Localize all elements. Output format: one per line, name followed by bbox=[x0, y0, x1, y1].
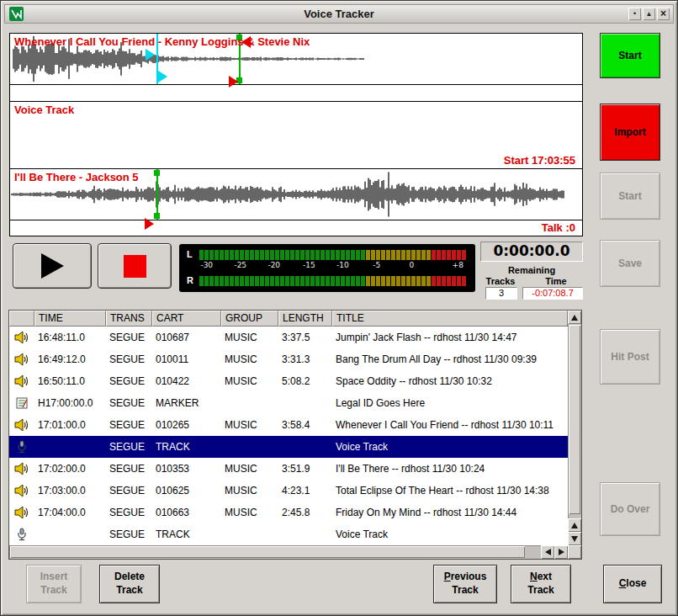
vertical-scroll-thumb[interactable] bbox=[569, 325, 580, 514]
talk-end-marker-handle[interactable] bbox=[158, 71, 167, 82]
meter-segment bbox=[250, 276, 254, 286]
meter-segment bbox=[421, 276, 426, 286]
scroll-right-button[interactable] bbox=[554, 545, 568, 559]
log-cell: Jumpin' Jack Flash -- rdhost 11/30 14:47 bbox=[332, 327, 568, 348]
meter-segment bbox=[209, 276, 214, 286]
meter-segment bbox=[245, 276, 249, 286]
meter-scale-label: -20 bbox=[267, 261, 280, 269]
remaining-tracks-value: 3 bbox=[485, 287, 517, 300]
talk-start-marker-handle[interactable] bbox=[146, 49, 155, 61]
meter-right-label: R bbox=[187, 275, 193, 285]
start-marker-line[interactable] bbox=[156, 169, 158, 220]
waveform-panel-next-track[interactable]: I'll Be There - Jackson 5 Talk :0 bbox=[10, 168, 582, 236]
log-cell: 3:51.9 bbox=[278, 458, 332, 480]
log-cell: MUSIC bbox=[221, 370, 278, 392]
meter-segment bbox=[406, 276, 411, 286]
column-header-icon[interactable] bbox=[9, 311, 34, 327]
meter-segment bbox=[386, 250, 390, 260]
log-cell bbox=[34, 523, 106, 545]
meter-segment bbox=[290, 250, 294, 260]
meter-segment bbox=[411, 276, 416, 286]
import-button[interactable]: Import bbox=[600, 104, 660, 161]
meter-segment bbox=[341, 250, 345, 260]
start-marker-handle-top[interactable] bbox=[154, 170, 160, 176]
log-cell: Legal ID Goes Here bbox=[332, 392, 568, 414]
vertical-scrollbar[interactable] bbox=[568, 311, 581, 545]
previous-track-title: Whenever I Call You Friend - Kenny Loggi… bbox=[14, 35, 310, 48]
log-cell: H17:00:00.0 bbox=[34, 392, 106, 414]
delete-track-button[interactable]: DeleteTrack bbox=[99, 565, 160, 603]
close-button[interactable]: Close bbox=[603, 565, 662, 603]
meter-segment bbox=[457, 250, 461, 260]
log-row[interactable]: 16:50:11.0SEGUE010422MUSIC5:08.2Space Od… bbox=[9, 370, 568, 392]
mic-icon bbox=[9, 523, 34, 545]
log-cell bbox=[221, 436, 278, 458]
log-row[interactable]: 16:48:11.0SEGUE010687MUSIC3:37.5Jumpin' … bbox=[9, 327, 568, 348]
play-button[interactable] bbox=[13, 243, 92, 289]
hit-post-button: Hit Post bbox=[600, 329, 660, 385]
titlebar[interactable]: Voice Tracker • ▲ × bbox=[4, 4, 674, 24]
meter-segment bbox=[285, 276, 289, 286]
stop-button[interactable] bbox=[98, 243, 172, 289]
log-row-selected[interactable]: SEGUETRACKVoice Track bbox=[9, 436, 568, 458]
column-header-title[interactable]: TITLE bbox=[332, 311, 568, 327]
column-header-length[interactable]: LENGTH bbox=[278, 311, 332, 327]
next-track-label: Next bbox=[530, 571, 552, 584]
column-header-cart[interactable]: CART bbox=[152, 311, 221, 327]
meter-segment bbox=[290, 276, 294, 286]
marker-icon bbox=[9, 392, 34, 414]
column-header-trans[interactable]: TRANS bbox=[106, 311, 152, 327]
waveform-panel-voice-track[interactable]: Voice Track Start 17:03:55 bbox=[10, 101, 582, 168]
log-cell bbox=[278, 392, 332, 414]
start-record-button[interactable]: Start bbox=[600, 33, 660, 78]
meter-segment bbox=[240, 250, 244, 260]
log-cell: Voice Track bbox=[332, 436, 568, 458]
meter-segment bbox=[426, 276, 431, 286]
meter-segment bbox=[295, 250, 299, 260]
start-marker-handle-bottom[interactable] bbox=[154, 213, 160, 219]
previous-track-label: Previous bbox=[444, 571, 487, 584]
log-row[interactable]: 17:02:00.0SEGUE010353MUSIC3:51.9I'll Be … bbox=[9, 458, 568, 480]
previous-track-button[interactable]: PreviousTrack bbox=[433, 565, 497, 603]
log-cell: SEGUE bbox=[106, 327, 152, 348]
meter-segment bbox=[442, 276, 446, 286]
horizontal-scroll-thumb[interactable] bbox=[10, 546, 525, 558]
meter-segment bbox=[230, 250, 234, 260]
log-cell: Total Eclipse Of The Heart -- rdhost 11/… bbox=[332, 480, 568, 502]
next-track-button[interactable]: NextTrack bbox=[511, 565, 571, 603]
meter-segment bbox=[396, 250, 400, 260]
log-row[interactable]: 17:01:00.0SEGUE010265MUSIC3:58.4Whenever… bbox=[9, 414, 568, 436]
scroll-up-button[interactable] bbox=[568, 311, 581, 324]
log-row[interactable]: 17:03:00.0SEGUE010625MUSIC4:23.1Total Ec… bbox=[9, 480, 568, 502]
log-row[interactable]: 16:49:12.0SEGUE010011MUSIC3:31.3Bang The… bbox=[9, 348, 568, 370]
scroll-down-button[interactable] bbox=[568, 532, 581, 545]
save-button: Save bbox=[600, 240, 660, 287]
meter-segment bbox=[275, 276, 279, 286]
log-row[interactable]: 17:04:00.0SEGUE010663MUSIC2:45.8Friday O… bbox=[9, 502, 568, 523]
meter-segment bbox=[336, 276, 340, 286]
scroll-up-button-lower[interactable] bbox=[568, 518, 581, 532]
log-cell: 16:50:11.0 bbox=[34, 370, 106, 392]
scroll-left-button[interactable] bbox=[541, 545, 554, 559]
log-cell: SEGUE bbox=[106, 392, 152, 414]
log-row[interactable]: SEGUETRACKVoice Track bbox=[9, 523, 568, 545]
meter-segment bbox=[295, 276, 299, 286]
speaker-icon bbox=[9, 480, 34, 502]
start-play-button: Start bbox=[600, 173, 660, 220]
waveform-panel-previous-track[interactable]: Whenever I Call You Friend - Kenny Loggi… bbox=[10, 34, 582, 101]
meter-segment bbox=[361, 276, 365, 286]
log-cell: 010663 bbox=[152, 502, 221, 523]
log-row[interactable]: H17:00:00.0SEGUEMARKERLegal ID Goes Here bbox=[9, 392, 568, 414]
meter-segment bbox=[366, 276, 370, 286]
talk-pointer-marker[interactable] bbox=[145, 218, 154, 230]
column-header-group[interactable]: GROUP bbox=[221, 311, 278, 327]
horizontal-scrollbar[interactable] bbox=[9, 545, 568, 559]
meter-segment bbox=[432, 250, 436, 260]
meter-segment bbox=[204, 250, 209, 260]
column-header-time[interactable]: TIME bbox=[34, 311, 106, 327]
fade-marker-bottom[interactable] bbox=[229, 76, 238, 88]
meter-segment bbox=[447, 276, 451, 286]
meter-segment bbox=[346, 276, 350, 286]
log-cell: SEGUE bbox=[106, 480, 152, 502]
speaker-icon bbox=[9, 327, 34, 348]
